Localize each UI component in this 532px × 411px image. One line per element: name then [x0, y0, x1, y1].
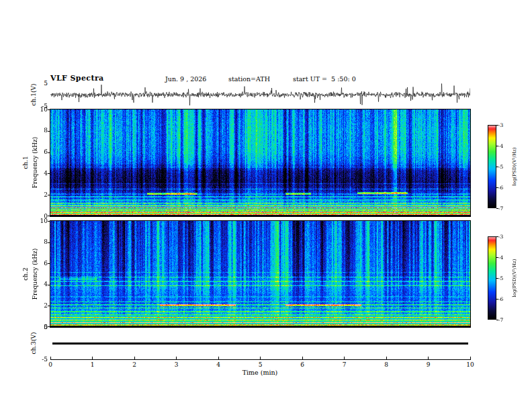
y-tick-mark	[48, 131, 50, 132]
colorbar-tick-mark	[496, 257, 498, 258]
y-tick-label: 6	[31, 148, 48, 155]
x-tick-label: 3	[175, 361, 179, 368]
x-tick-label: 4	[216, 361, 220, 368]
ch3-flat-line	[52, 342, 468, 345]
plot-title: VLF Spectra	[50, 74, 104, 83]
colorbar-tick-mark	[496, 187, 498, 188]
colorbar-tick-label: -3	[498, 122, 503, 128]
x-tick-mark	[134, 357, 135, 359]
x-tick-mark	[302, 357, 303, 359]
y-tick-label: 6	[31, 260, 48, 267]
y-tick-label: 2	[31, 191, 48, 198]
ch1-frequency-axis-label: Frequency (kHz)	[32, 137, 38, 189]
y-tick-mark	[48, 263, 50, 264]
colorbar-ch1	[488, 125, 496, 208]
x-tick-mark	[260, 357, 261, 359]
y-tick-label: 5	[31, 80, 48, 87]
x-tick-mark	[428, 357, 429, 359]
x-tick-mark	[344, 357, 345, 359]
x-tick-mark	[92, 357, 93, 359]
colorbar-tick-label: -7	[498, 205, 503, 212]
colorbar-tick-label: -6	[498, 185, 503, 191]
colorbar2-label: log(PSD)(V²/Hz)	[512, 259, 517, 298]
y-tick-mark	[48, 306, 50, 306]
colorbar-tick-label: -5	[498, 164, 503, 170]
y-tick-label: 2	[31, 302, 48, 309]
colorbar-ch2	[488, 236, 496, 320]
plot-station: station=ATH	[228, 75, 270, 83]
y-tick-mark	[48, 285, 50, 285]
ch1-spectrogram-canvas	[50, 109, 470, 216]
colorbar-tick-label: -4	[498, 143, 503, 149]
y-tick-label: 8	[31, 127, 48, 134]
y-tick-label: 8	[31, 238, 48, 245]
ch2-channel-label: ch.2	[22, 267, 29, 280]
y-tick-mark	[48, 152, 50, 153]
plot-start-ut: start UT = 5 :50: 0	[293, 75, 356, 83]
colorbar1-label: log(PSD)(V²/Hz)	[512, 148, 517, 186]
y-tick-mark	[48, 242, 50, 243]
time-axis-label: Time (min)	[242, 369, 278, 376]
y-tick-label: 4	[31, 170, 48, 177]
x-tick-label: 1	[91, 361, 95, 368]
colorbar-tick-label: -5	[498, 275, 503, 281]
y-tick-mark	[48, 221, 50, 222]
colorbar-tick-label: -3	[498, 234, 503, 240]
y-tick-mark	[48, 195, 50, 195]
colorbar-tick-label: -6	[498, 296, 503, 302]
colorbar-tick-mark	[496, 125, 498, 126]
y-tick-label: 10	[31, 106, 48, 113]
ch2-frequency-axis-label: Frequency (kHz)	[32, 248, 38, 300]
colorbar-tick-mark	[496, 278, 498, 279]
x-tick-label: 2	[132, 361, 136, 368]
y-tick-mark	[48, 173, 50, 174]
colorbar-tick-label: -4	[498, 255, 503, 261]
y-tick-mark	[48, 109, 50, 110]
x-tick-mark	[176, 357, 177, 359]
y-tick-label: -5	[31, 356, 48, 363]
colorbar-tick-mark	[496, 208, 498, 209]
x-tick-label: 10	[466, 361, 474, 368]
x-tick-label: 7	[343, 361, 347, 368]
y-tick-mark	[48, 216, 50, 216]
x-tick-label: 5	[259, 361, 263, 368]
x-tick-mark	[50, 357, 51, 359]
ch2-spectrogram-canvas	[50, 221, 470, 327]
plot-date: Jun. 9 , 2026	[165, 75, 206, 83]
x-tick-label: 6	[300, 361, 304, 368]
y-tick-mark	[48, 326, 50, 327]
vlf-spectra-plot: VLF Spectra Jun. 9 , 2026 station=ATH st…	[0, 0, 532, 411]
x-tick-label: 9	[427, 361, 431, 368]
colorbar-tick-mark	[496, 236, 498, 237]
x-tick-mark	[470, 357, 471, 359]
colorbar-tick-mark	[496, 146, 498, 146]
ch1-channel-label: ch.1	[22, 156, 29, 169]
colorbar-tick-mark	[496, 167, 498, 167]
x-tick-mark	[218, 357, 219, 359]
colorbar-tick-label: -7	[498, 317, 503, 323]
x-tick-mark	[386, 357, 387, 359]
y-tick-label: 10	[31, 218, 48, 224]
colorbar-tick-mark	[496, 299, 498, 300]
x-axis-line	[50, 359, 471, 360]
y-tick-label: 4	[31, 281, 48, 287]
colorbar-tick-mark	[496, 320, 498, 320]
ch1-waveform-canvas	[50, 83, 470, 106]
y-tick-label: 5	[31, 324, 48, 330]
x-tick-label: 8	[384, 361, 388, 368]
ch3-voltage-axis-label: ch.3(V)	[30, 332, 37, 355]
x-tick-label: 0	[48, 361, 52, 368]
